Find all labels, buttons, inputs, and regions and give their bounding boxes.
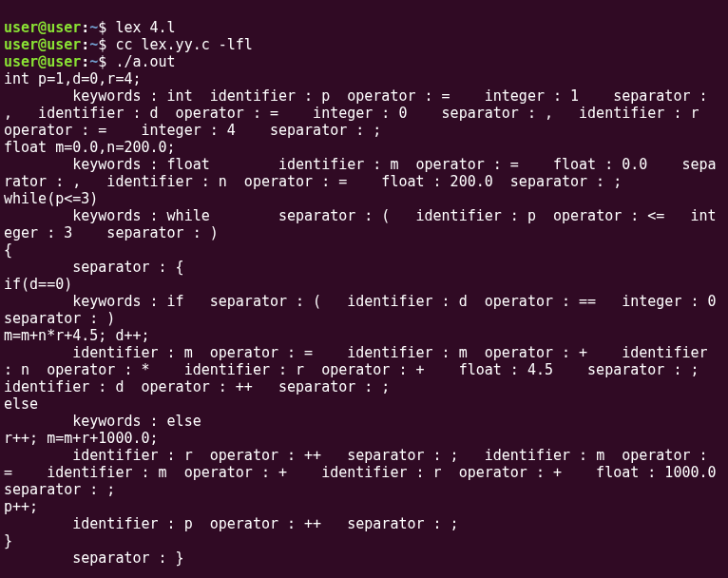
- output-line: else: [4, 395, 38, 413]
- prompt-dollar: $: [98, 36, 115, 53]
- output-line: identifier : r operator : ++ separator :…: [4, 447, 725, 498]
- prompt-colon: :: [81, 36, 89, 53]
- prompt-userhost: user@user: [4, 36, 81, 53]
- prompt-dollar: $: [98, 53, 115, 70]
- prompt-line-3: user@user:~$ ./a.out: [4, 53, 176, 70]
- prompt-colon: :: [81, 53, 89, 70]
- output-line: identifier : m operator : = identifier :…: [4, 344, 725, 395]
- prompt-line-2: user@user:~$ cc lex.yy.c -lfl: [4, 36, 253, 53]
- command-1: lex 4.l: [115, 19, 175, 36]
- prompt-colon: :: [81, 19, 89, 36]
- output-line: identifier : p operator : ++ separator :…: [4, 515, 459, 532]
- command-2: cc lex.yy.c -lfl: [115, 36, 253, 53]
- output-line: if(d==0): [4, 276, 72, 293]
- output-line: separator : }: [4, 549, 184, 567]
- output-line: keywords : else: [4, 413, 201, 430]
- output-line: separator : {: [4, 259, 184, 276]
- output-line: p++;: [4, 498, 38, 515]
- prompt-path: ~: [89, 36, 98, 53]
- output-line: keywords : while separator : ( identifie…: [4, 207, 717, 241]
- output-line: float m=0.0,n=200.0;: [4, 139, 176, 156]
- prompt-userhost: user@user: [4, 53, 81, 70]
- output-line: while(p<=3): [4, 190, 98, 207]
- command-3: ./a.out: [115, 53, 175, 70]
- prompt-path: ~: [89, 19, 98, 36]
- output-line: keywords : int identifier : p operator :…: [4, 87, 717, 139]
- output-line: int p=1,d=0,r=4;: [4, 70, 142, 87]
- prompt-line-1: user@user:~$ lex 4.l: [4, 19, 176, 36]
- prompt-userhost: user@user: [4, 19, 81, 36]
- prompt-path: ~: [89, 53, 98, 70]
- output-line: m=m+n*r+4.5; d++;: [4, 327, 150, 344]
- output-line: keywords : if separator : ( identifier :…: [4, 293, 728, 327]
- prompt-dollar: $: [98, 19, 115, 36]
- terminal-output-area[interactable]: user@user:~$ lex 4.l user@user:~$ cc lex…: [0, 0, 728, 578]
- output-line: keywords : float identifier : m operator…: [4, 156, 717, 190]
- output-line: }: [4, 532, 12, 549]
- output-line: {: [4, 241, 12, 259]
- output-line: r++; m=m+r+1000.0;: [4, 430, 159, 447]
